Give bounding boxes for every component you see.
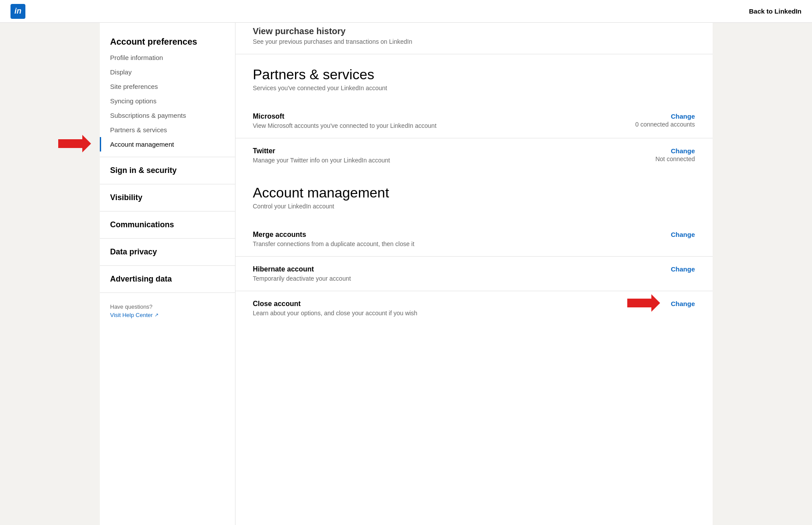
linkedin-logo: in — [11, 4, 25, 19]
microsoft-change-link[interactable]: Change — [671, 113, 695, 120]
header: in Back to LinkedIn — [0, 0, 812, 23]
close-account-name: Close account — [253, 300, 625, 308]
data-privacy-section: Data privacy — [100, 239, 235, 266]
sidebar-item-syncing-options[interactable]: Syncing options — [100, 94, 235, 108]
account-preferences-heading: Account preferences — [100, 32, 235, 50]
merge-accounts-info: Merge accounts Transfer connections from… — [253, 231, 625, 247]
close-account-setting: Close account Learn about your options, … — [236, 291, 713, 325]
account-management-title: Account management — [253, 185, 695, 201]
communications-section: Communications — [100, 211, 235, 239]
close-account-desc: Learn about your options, and close your… — [253, 310, 625, 317]
microsoft-action: Change 0 connected accounts — [625, 113, 695, 128]
microsoft-name: Microsoft — [253, 113, 625, 120]
hibernate-account-info: Hibernate account Temporarily deactivate… — [253, 265, 625, 282]
sidebar-item-subscriptions-payments[interactable]: Subscriptions & payments — [100, 108, 235, 123]
twitter-change-link[interactable]: Change — [671, 147, 695, 155]
microsoft-info: Microsoft View Microsoft accounts you've… — [253, 113, 625, 129]
sidebar-item-sign-in-security[interactable]: Sign in & security — [100, 161, 235, 180]
hibernate-account-desc: Temporarily deactivate your account — [253, 275, 625, 282]
purchase-history-desc: See your previous purchases and transact… — [253, 38, 695, 45]
back-to-linkedin-link[interactable]: Back to LinkedIn — [749, 7, 801, 15]
partners-services-title: Partners & services — [253, 67, 695, 83]
purchase-history-section: View purchase history See your previous … — [236, 23, 713, 54]
help-center-label: Visit Help Center — [110, 312, 153, 318]
right-red-arrow — [627, 294, 660, 314]
microsoft-setting: Microsoft View Microsoft accounts you've… — [236, 104, 713, 138]
hibernate-account-setting: Hibernate account Temporarily deactivate… — [236, 257, 713, 291]
partners-services-wrapper: Partners & services Services you've conn… — [236, 54, 713, 173]
account-preferences-section: Account preferences Profile information … — [100, 32, 235, 157]
merge-accounts-name: Merge accounts — [253, 231, 625, 239]
twitter-name: Twitter — [253, 147, 625, 155]
sidebar-footer: Have questions? Visit Help Center ↗ — [100, 296, 235, 325]
svg-marker-0 — [58, 135, 91, 152]
sidebar-item-advertising-data[interactable]: Advertising data — [100, 269, 235, 289]
svg-marker-1 — [627, 294, 660, 312]
visit-help-center-link[interactable]: Visit Help Center ↗ — [110, 312, 225, 318]
partners-services-header: Partners & services Services you've conn… — [236, 54, 713, 104]
account-management-wrapper: Account management — [100, 137, 235, 152]
left-red-arrow — [58, 135, 91, 154]
sidebar-item-communications[interactable]: Communications — [100, 215, 235, 235]
close-account-change-link[interactable]: Change — [671, 300, 695, 307]
twitter-status: Not connected — [655, 155, 695, 162]
sidebar-item-visibility[interactable]: Visibility — [100, 188, 235, 208]
sidebar-item-profile-information[interactable]: Profile information — [100, 50, 235, 65]
merge-accounts-change-link[interactable]: Change — [671, 231, 695, 238]
hibernate-account-change-link[interactable]: Change — [671, 265, 695, 273]
close-account-info: Close account Learn about your options, … — [253, 300, 625, 317]
footer-question: Have questions? — [110, 303, 225, 310]
close-account-action: Change — [625, 300, 695, 307]
microsoft-status: 0 connected accounts — [635, 121, 695, 128]
sidebar: Account preferences Profile information … — [100, 23, 236, 525]
main-content: View purchase history See your previous … — [236, 23, 713, 525]
microsoft-desc: View Microsoft accounts you've connected… — [253, 122, 625, 129]
account-management-content-wrapper: Account management Control your LinkedIn… — [236, 173, 713, 325]
advertising-data-section: Advertising data — [100, 266, 235, 293]
twitter-info: Twitter Manage your Twitter info on your… — [253, 147, 625, 164]
account-management-header: Account management Control your LinkedIn… — [236, 173, 713, 222]
page-wrapper: Account preferences Profile information … — [100, 23, 713, 525]
merge-accounts-setting: Merge accounts Transfer connections from… — [236, 222, 713, 257]
merge-accounts-action: Change — [625, 231, 695, 238]
merge-accounts-desc: Transfer connections from a duplicate ac… — [253, 240, 625, 247]
twitter-setting: Twitter Manage your Twitter info on your… — [236, 138, 713, 173]
purchase-history-title: View purchase history — [253, 26, 695, 36]
visibility-section: Visibility — [100, 184, 235, 211]
sidebar-item-account-management[interactable]: Account management — [100, 137, 235, 152]
partners-services-subtitle: Services you've connected your LinkedIn … — [253, 85, 695, 92]
sidebar-item-data-privacy[interactable]: Data privacy — [100, 242, 235, 262]
hibernate-account-name: Hibernate account — [253, 265, 625, 273]
hibernate-account-action: Change — [625, 265, 695, 273]
sidebar-item-partners-services[interactable]: Partners & services — [100, 123, 235, 137]
sidebar-item-display[interactable]: Display — [100, 65, 235, 79]
twitter-action: Change Not connected — [625, 147, 695, 162]
account-management-subtitle: Control your LinkedIn account — [253, 203, 695, 210]
sidebar-item-site-preferences[interactable]: Site preferences — [100, 79, 235, 94]
twitter-desc: Manage your Twitter info on your LinkedI… — [253, 157, 625, 164]
sign-in-security-section: Sign in & security — [100, 157, 235, 184]
external-link-icon: ↗ — [155, 312, 158, 318]
